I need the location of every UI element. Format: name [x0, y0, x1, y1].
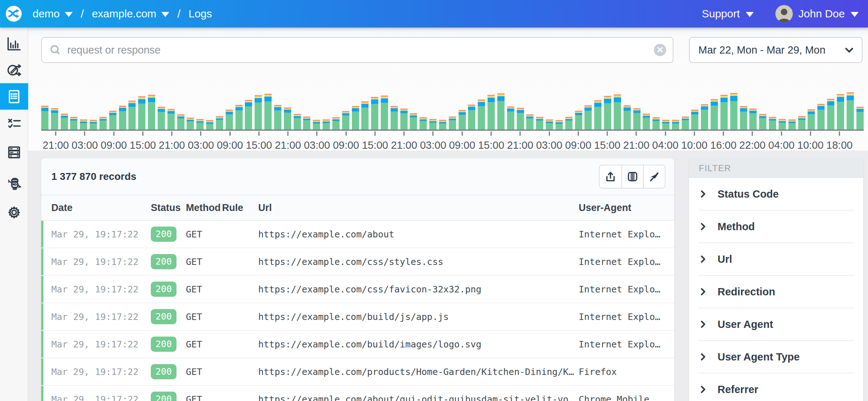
sidebar-item-checklist[interactable]	[0, 110, 28, 136]
chart-bar[interactable]	[119, 106, 126, 130]
export-button[interactable]	[600, 165, 621, 188]
chart-bar[interactable]	[303, 117, 310, 130]
chart-bar[interactable]	[730, 93, 737, 130]
user-dropdown[interactable]: John Doe	[799, 8, 859, 20]
table-row[interactable]: Mar 29, 19:17:22200GEThttps://example.co…	[41, 276, 674, 303]
chart-bar[interactable]	[497, 93, 505, 130]
chart-bar[interactable]	[420, 117, 427, 130]
chart-bar[interactable]	[788, 119, 796, 130]
chart-bar[interactable]	[633, 108, 641, 130]
table-row[interactable]: Mar 29, 19:17:22200GEThttps://example.co…	[41, 386, 674, 401]
chart-bar[interactable]	[342, 111, 349, 130]
chart-bar[interactable]	[546, 119, 553, 130]
date-range-select[interactable]: Mar 22, Mon - Mar 29, Mon	[689, 37, 863, 63]
chart-bar[interactable]	[313, 120, 320, 130]
chart-bar[interactable]	[352, 106, 359, 130]
chart-bar[interactable]	[643, 114, 650, 130]
chart-bar[interactable]	[177, 114, 184, 130]
chart-bar[interactable]	[584, 105, 592, 130]
chart-bar[interactable]	[449, 117, 456, 130]
chart-bar[interactable]	[759, 114, 766, 130]
chart-bar[interactable]	[556, 120, 563, 130]
chart-bar[interactable]	[488, 95, 495, 130]
chart-bar[interactable]	[749, 109, 757, 130]
chart-bar[interactable]	[594, 100, 601, 130]
chart-bar[interactable]	[672, 120, 679, 130]
chart-bar[interactable]	[332, 117, 340, 130]
table-row[interactable]: Mar 29, 19:17:22200GEThttps://example.co…	[41, 331, 674, 358]
filter-item-referrer[interactable]: Referrer	[689, 373, 863, 401]
chart-bar[interactable]	[711, 99, 718, 130]
chart-bar[interactable]	[468, 105, 475, 130]
chart-bar[interactable]	[837, 94, 844, 130]
column-header-user-agent[interactable]: User-Agent	[579, 202, 674, 214]
site-dropdown[interactable]: example.com	[92, 8, 169, 20]
chart-bar[interactable]	[691, 110, 698, 130]
chart-bar[interactable]	[226, 110, 233, 130]
chart-bar[interactable]	[196, 119, 204, 130]
sidebar-item-traffic-rules[interactable]	[0, 57, 28, 83]
table-row[interactable]: Mar 29, 19:17:22200GEThttps://example.co…	[41, 221, 674, 248]
chart-bar[interactable]	[439, 120, 446, 130]
chart-bar[interactable]	[167, 109, 175, 130]
chart-bar[interactable]	[526, 114, 533, 130]
filter-item-redirection[interactable]: Redirection	[689, 276, 863, 308]
chart-bar[interactable]	[400, 109, 408, 130]
chart-bar[interactable]	[536, 117, 543, 130]
filter-item-url[interactable]: Url	[689, 243, 863, 275]
sidebar-item-settings[interactable]	[0, 199, 28, 225]
chart-bar[interactable]	[391, 106, 398, 130]
chart-bar[interactable]	[827, 99, 834, 130]
chart-bar[interactable]	[507, 106, 514, 130]
chart-bar[interactable]	[235, 105, 243, 130]
chart-bar[interactable]	[216, 116, 223, 130]
table-row[interactable]: Mar 29, 19:17:22200GEThttps://example.co…	[41, 303, 674, 331]
chart-bar[interactable]	[614, 94, 621, 130]
chart-bar[interactable]	[798, 116, 805, 130]
chart-bar[interactable]	[779, 119, 786, 130]
filter-item-user-agent[interactable]: User Agent	[689, 308, 863, 340]
chart-bar[interactable]	[255, 95, 262, 130]
chart-bar[interactable]	[284, 107, 291, 130]
chart-bar[interactable]	[517, 108, 524, 130]
search-input[interactable]	[67, 44, 654, 56]
chart-bar[interactable]	[274, 105, 281, 130]
table-row[interactable]: Mar 29, 19:17:22200GEThttps://example.co…	[41, 358, 674, 386]
chart-bar[interactable]	[264, 94, 272, 130]
clear-search-icon[interactable]: ✕	[654, 44, 666, 56]
chart-bar[interactable]	[80, 119, 87, 130]
chart-bar[interactable]	[206, 120, 213, 130]
sidebar-item-logs[interactable]	[0, 83, 28, 110]
chart-bar[interactable]	[856, 107, 864, 130]
column-header-rule[interactable]: Rule	[222, 202, 258, 214]
chart-bar[interactable]	[109, 111, 116, 130]
chart-bar[interactable]	[138, 96, 145, 130]
chart-bar[interactable]	[740, 106, 747, 130]
column-header-status[interactable]: Status	[151, 202, 186, 214]
columns-button[interactable]	[621, 165, 643, 188]
support-dropdown[interactable]: Support	[702, 8, 753, 20]
chart-bar[interactable]	[61, 114, 68, 130]
chart-bar[interactable]	[187, 118, 194, 130]
filter-item-method[interactable]: Method	[689, 211, 863, 242]
chart-bar[interactable]	[847, 92, 854, 130]
chart-bar[interactable]	[245, 100, 252, 130]
chart-bar[interactable]	[158, 107, 165, 130]
live-stream-button[interactable]	[643, 165, 665, 188]
sidebar-item-analytics[interactable]	[0, 30, 28, 57]
chart-bar[interactable]	[51, 108, 58, 130]
column-header-date[interactable]: Date	[51, 202, 151, 214]
chart-bar[interactable]	[682, 117, 689, 130]
column-header-method[interactable]: Method	[186, 202, 222, 214]
chart-bar[interactable]	[99, 117, 107, 130]
user-avatar[interactable]	[775, 5, 793, 22]
chart-bar[interactable]	[808, 109, 815, 130]
chart-bar[interactable]	[652, 117, 660, 130]
chart-bar[interactable]	[70, 117, 77, 130]
sidebar-item-bots[interactable]	[0, 170, 28, 196]
chart-bar[interactable]	[565, 117, 573, 130]
app-logo-shuffle-icon[interactable]	[5, 5, 22, 22]
chart-bar[interactable]	[429, 119, 437, 130]
chart-bar[interactable]	[294, 114, 301, 130]
chart-bar[interactable]	[459, 110, 466, 130]
